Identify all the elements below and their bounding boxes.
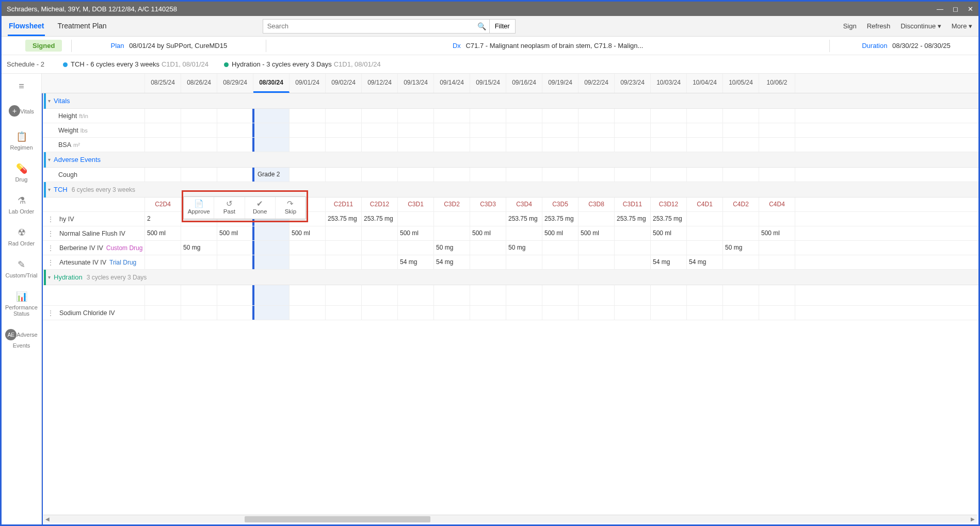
- grid-cell[interactable]: [687, 241, 723, 255]
- grid-cell[interactable]: Grade 2: [253, 168, 290, 182]
- grid-cell[interactable]: [253, 138, 290, 152]
- minimize-icon[interactable]: —: [937, 5, 943, 13]
- grid-cell[interactable]: [253, 241, 290, 255]
- date-column[interactable]: 10/03/24: [651, 74, 687, 93]
- grid-cell[interactable]: 50 mg: [723, 241, 759, 255]
- grid-cell[interactable]: [687, 138, 723, 152]
- grid-cell[interactable]: [651, 109, 687, 123]
- scroll-left-icon[interactable]: ◀: [43, 516, 52, 522]
- grid-cell[interactable]: [362, 138, 398, 152]
- grid-cell[interactable]: [651, 168, 687, 182]
- search-input[interactable]: [263, 19, 490, 34]
- grid-cell[interactable]: 500 ml: [579, 226, 615, 240]
- grid-cell[interactable]: [506, 123, 542, 137]
- grid-cell[interactable]: 500 ml: [651, 226, 687, 240]
- grid-cell[interactable]: [615, 226, 651, 240]
- grid-cell[interactable]: [615, 138, 651, 152]
- grid-cell[interactable]: [290, 285, 326, 305]
- grid-cell[interactable]: [253, 109, 290, 123]
- grid-cell[interactable]: [579, 138, 615, 152]
- grid-cell[interactable]: [145, 285, 181, 305]
- grid-cell[interactable]: [326, 226, 362, 240]
- nav-custom-trial[interactable]: ✎Custom/Trial: [2, 253, 41, 285]
- grid-cell[interactable]: [398, 109, 434, 123]
- grid-cell[interactable]: [217, 168, 253, 182]
- grid-cell[interactable]: [615, 168, 651, 182]
- grid-cell[interactable]: [723, 138, 759, 152]
- grid-cell[interactable]: [362, 306, 398, 320]
- grid-cell[interactable]: [398, 241, 434, 255]
- grid-cell[interactable]: [759, 123, 795, 137]
- grid-cell[interactable]: [434, 109, 470, 123]
- grid-cell[interactable]: [723, 306, 759, 320]
- grid-cell[interactable]: 50 mg: [181, 241, 217, 255]
- grid-cell[interactable]: [542, 109, 579, 123]
- grid-cell[interactable]: [181, 255, 217, 269]
- grid-cell[interactable]: 50 mg: [506, 241, 542, 255]
- section-hydration[interactable]: ▾ Hydration 3 cycles every 3 Days: [42, 270, 978, 285]
- row-more-icon[interactable]: ⋮: [47, 215, 54, 223]
- date-column[interactable]: 10/05/24: [723, 74, 759, 93]
- grid-cell[interactable]: [723, 226, 759, 240]
- grid-cell[interactable]: [217, 138, 253, 152]
- grid-cell[interactable]: [362, 226, 398, 240]
- grid-cell[interactable]: [579, 255, 615, 269]
- grid-cell[interactable]: 500 ml: [217, 226, 253, 240]
- grid-cell[interactable]: [470, 168, 506, 182]
- grid-cell[interactable]: [145, 255, 181, 269]
- grid-cell[interactable]: [687, 285, 723, 305]
- grid-cell[interactable]: [470, 123, 506, 137]
- section-adverse-events[interactable]: ▾ Adverse Events: [42, 152, 978, 168]
- grid-cell[interactable]: 500 ml: [470, 226, 506, 240]
- row-more-icon[interactable]: ⋮: [47, 229, 54, 238]
- grid-cell[interactable]: [290, 306, 326, 320]
- grid-cell[interactable]: [253, 123, 290, 137]
- date-column[interactable]: 09/14/24: [434, 74, 470, 93]
- grid-cell[interactable]: [145, 306, 181, 320]
- grid-cell[interactable]: [398, 212, 434, 226]
- grid-cell[interactable]: [687, 123, 723, 137]
- grid-cell[interactable]: [362, 255, 398, 269]
- grid-cell[interactable]: [362, 123, 398, 137]
- grid-cell[interactable]: [651, 306, 687, 320]
- grid-cell[interactable]: [434, 226, 470, 240]
- grid-cell[interactable]: [362, 168, 398, 182]
- grid-cell[interactable]: [398, 123, 434, 137]
- grid-cell[interactable]: [506, 306, 542, 320]
- grid-cell[interactable]: [470, 109, 506, 123]
- grid-cell[interactable]: [326, 138, 362, 152]
- flowsheet-grid[interactable]: 08/25/2408/26/2408/29/2408/30/2409/01/24…: [42, 74, 978, 524]
- grid-cell[interactable]: [326, 285, 362, 305]
- grid-cell[interactable]: [615, 109, 651, 123]
- refresh-button[interactable]: Refresh: [867, 22, 891, 30]
- grid-cell[interactable]: [217, 109, 253, 123]
- section-vitals[interactable]: ▾ Vitals: [42, 93, 978, 109]
- grid-cell[interactable]: [651, 241, 687, 255]
- grid-cell[interactable]: [687, 212, 723, 226]
- hamburger-icon[interactable]: ≡: [2, 78, 41, 99]
- grid-cell[interactable]: [145, 168, 181, 182]
- grid-cell[interactable]: [253, 306, 290, 320]
- grid-cell[interactable]: [579, 212, 615, 226]
- date-column[interactable]: 08/26/24: [181, 74, 217, 93]
- date-column[interactable]: 08/30/24: [253, 74, 290, 93]
- grid-cell[interactable]: [145, 109, 181, 123]
- grid-cell[interactable]: [579, 168, 615, 182]
- grid-cell[interactable]: [253, 285, 290, 305]
- grid-cell[interactable]: [326, 241, 362, 255]
- grid-cell[interactable]: [362, 109, 398, 123]
- grid-cell[interactable]: [506, 255, 542, 269]
- grid-cell[interactable]: 54 mg: [398, 255, 434, 269]
- grid-cell[interactable]: [398, 285, 434, 305]
- grid-cell[interactable]: [398, 138, 434, 152]
- action-past[interactable]: ↺Past: [214, 197, 245, 219]
- grid-cell[interactable]: [651, 285, 687, 305]
- scroll-right-icon[interactable]: ▶: [969, 516, 977, 522]
- date-column[interactable]: 09/13/24: [398, 74, 434, 93]
- grid-cell[interactable]: [290, 138, 326, 152]
- grid-cell[interactable]: [326, 255, 362, 269]
- grid-cell[interactable]: 253.75 mg: [362, 212, 398, 226]
- grid-cell[interactable]: 500 ml: [542, 226, 579, 240]
- grid-cell[interactable]: [506, 168, 542, 182]
- date-column[interactable]: 09/19/24: [542, 74, 579, 93]
